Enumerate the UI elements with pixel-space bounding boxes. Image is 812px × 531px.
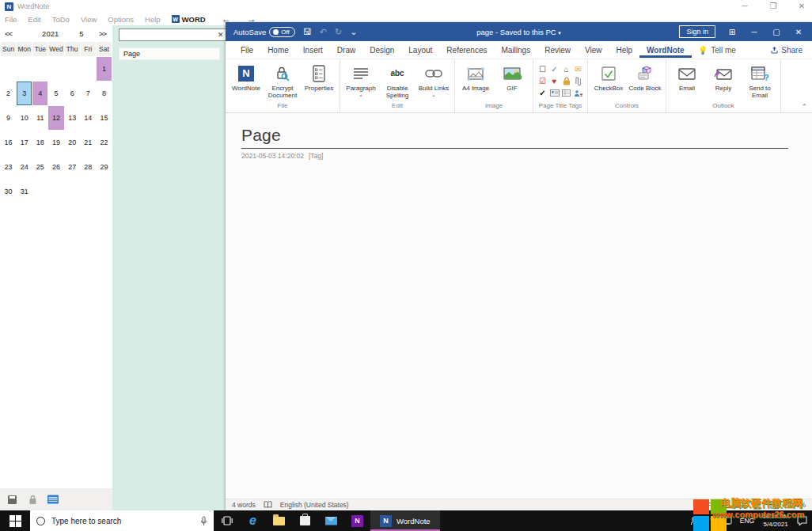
code-block-button[interactable]: Code Block (628, 61, 662, 92)
gif-button[interactable]: GIF (495, 61, 529, 92)
autosave-toggle[interactable]: AutoSave Off (233, 27, 295, 37)
calendar-day[interactable]: 4 (32, 82, 47, 105)
menu-options[interactable]: Options (108, 15, 134, 24)
calendar-day[interactable]: 14 (81, 106, 96, 130)
save-icon[interactable]: 🖫 (303, 27, 312, 36)
calendar-day[interactable]: 12 (48, 106, 63, 130)
home-icon[interactable]: ⌂ (563, 66, 568, 74)
microsoft-store-icon[interactable] (292, 510, 318, 531)
tab-draw[interactable]: Draw (330, 43, 362, 58)
minimize-icon[interactable]: ─ (739, 2, 750, 10)
lock-icon[interactable] (27, 494, 38, 505)
focus-mode-button[interactable]: Focus (693, 501, 725, 510)
tray-expand-icon[interactable]: ⌃ (708, 517, 715, 525)
maximize-icon[interactable]: ▢ (771, 28, 782, 36)
tab-home[interactable]: Home (260, 43, 296, 58)
ink-workspace-icon[interactable] (723, 516, 732, 525)
paperclip-icon[interactable] (575, 77, 581, 86)
tab-file[interactable]: File (233, 43, 260, 58)
lock-tag-icon[interactable] (563, 77, 571, 85)
heart-icon[interactable]: ♥ (552, 78, 557, 85)
clock[interactable]: 10:36 AM 5/4/2021 (762, 513, 789, 529)
tab-wordnote[interactable]: WordNote (639, 43, 692, 58)
language-status[interactable]: English (United States) (280, 501, 349, 509)
print-layout-icon[interactable] (753, 501, 761, 510)
paragraph-button[interactable]: Paragraph ⌄ (343, 61, 378, 98)
disable-spelling-button[interactable]: abc ✓ Disable Spelling (380, 61, 415, 99)
menu-todo[interactable]: ToDo (52, 15, 70, 24)
save-icon[interactable] (6, 494, 17, 505)
tab-layout[interactable]: Layout (401, 43, 439, 58)
calendar-day[interactable]: 31 (17, 180, 32, 203)
calendar-day[interactable] (81, 57, 96, 81)
tab-insert[interactable]: Insert (296, 43, 330, 58)
calendar-day[interactable] (32, 180, 47, 203)
menu-file[interactable]: File (5, 15, 17, 24)
tab-design[interactable]: Design (362, 43, 401, 58)
tab-view[interactable]: View (578, 43, 609, 58)
share-button[interactable]: Share (771, 46, 803, 55)
collapse-ribbon-icon[interactable]: ⌃ (801, 103, 807, 111)
undo-icon[interactable]: ↶ (320, 27, 327, 37)
build-links-button[interactable]: Build Links ⌄ (416, 61, 451, 98)
calendar-day[interactable]: 11 (32, 106, 47, 130)
calendar-day[interactable] (81, 180, 96, 203)
tell-me[interactable]: 💡 Tell me (698, 46, 736, 55)
tab-references[interactable]: References (439, 43, 494, 58)
calendar-day[interactable]: 24 (17, 155, 32, 179)
calendar-day[interactable]: 25 (32, 155, 47, 179)
menu-help[interactable]: Help (145, 15, 161, 24)
redo-icon[interactable]: ↻ (335, 27, 342, 37)
taskbar-app-wordnote[interactable]: N WordNote (370, 510, 440, 531)
calendar-month[interactable]: 5 (79, 29, 83, 38)
calendar-day[interactable]: 13 (65, 106, 80, 130)
encrypt-document-button[interactable]: Encrypt Document (265, 61, 300, 99)
calendar-prev-button[interactable]: << (5, 29, 12, 38)
tab-help[interactable]: Help (609, 43, 639, 58)
close-icon[interactable]: ✕ (796, 2, 807, 10)
calendar-day[interactable]: 9 (1, 106, 16, 130)
language-indicator[interactable]: ENG (740, 517, 754, 525)
people-icon[interactable]: R (690, 516, 700, 525)
calendar-day[interactable] (17, 57, 32, 81)
check-icon[interactable]: ✓ (539, 89, 545, 97)
calendar-day[interactable]: 26 (48, 155, 63, 179)
calendar-day[interactable]: 19 (48, 131, 63, 154)
proofing-icon[interactable] (264, 501, 272, 509)
double-check-icon[interactable]: ✓ (551, 66, 557, 74)
contact-card-icon[interactable] (550, 89, 560, 97)
document-canvas[interactable]: Page 2021-05-03 14:20:02 [Tag] (226, 113, 812, 499)
checkbox-checked-icon[interactable]: ☑ (539, 78, 546, 85)
calendar-day[interactable]: 21 (81, 131, 96, 154)
minimize-icon[interactable]: ─ (749, 28, 760, 36)
title-dropdown-icon[interactable]: ▾ (558, 30, 561, 36)
a4-image-button[interactable]: A4 Image (458, 61, 493, 92)
calendar-day[interactable]: 30 (1, 180, 16, 203)
calendar-day[interactable] (65, 57, 80, 81)
calendar-day[interactable]: 16 (1, 131, 16, 154)
notification-center-icon[interactable] (797, 516, 807, 525)
menu-edit[interactable]: Edit (28, 15, 40, 24)
reply-button[interactable]: Reply (706, 61, 741, 92)
tab-review[interactable]: Review (537, 43, 578, 58)
calendar-day[interactable] (1, 57, 16, 81)
start-button[interactable] (0, 510, 30, 531)
calendar-day[interactable]: 20 (65, 131, 80, 154)
microphone-icon[interactable] (200, 516, 207, 526)
customize-qat-icon[interactable]: ⌄ (350, 27, 357, 37)
checkbox-button[interactable]: CheckBox (591, 61, 626, 92)
restore-icon[interactable]: ❐ (768, 2, 779, 10)
calendar-day[interactable]: 5 (48, 82, 63, 105)
checkbox-empty-icon[interactable]: ☐ (539, 66, 546, 74)
remove-person-icon[interactable] (574, 89, 583, 97)
send-to-email-button[interactable]: ? Send to Email (742, 61, 777, 99)
calendar-day[interactable]: 15 (97, 106, 112, 130)
wordnote-button[interactable]: N WordNote (229, 61, 264, 92)
calendar-day[interactable] (65, 180, 80, 203)
word-toggle[interactable]: W WORD (172, 15, 206, 24)
calendar-day[interactable]: 10 (17, 106, 32, 130)
read-mode-icon[interactable] (734, 501, 744, 509)
table-tag-icon[interactable] (562, 89, 571, 97)
mail-icon[interactable] (318, 510, 344, 531)
close-icon[interactable]: ✕ (793, 28, 804, 36)
